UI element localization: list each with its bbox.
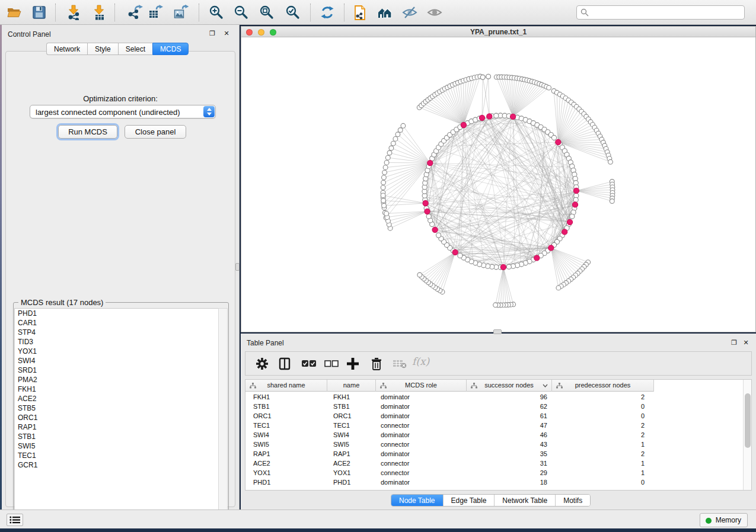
network-hub-node[interactable]: [572, 202, 578, 207]
zoom-selected-icon[interactable]: [285, 5, 301, 20]
network-leaf-node[interactable]: [384, 161, 389, 165]
float-table-panel-icon[interactable]: ❐: [730, 338, 738, 347]
table-row[interactable]: PHD1PHD1dominator180: [245, 477, 654, 487]
table-row[interactable]: SWI4SWI4dominator462: [245, 430, 654, 440]
network-leaf-node[interactable]: [389, 146, 394, 150]
list-item[interactable]: STB5: [15, 403, 219, 413]
refresh-icon[interactable]: [320, 5, 335, 20]
close-table-panel-icon[interactable]: ✕: [742, 338, 750, 347]
network-leaf-node[interactable]: [608, 159, 613, 164]
table-row[interactable]: RAP1RAP1dominator352: [245, 449, 654, 459]
search-input[interactable]: [592, 7, 742, 18]
network-leaf-node[interactable]: [398, 128, 403, 133]
network-hub-node[interactable]: [487, 114, 492, 119]
table-row[interactable]: FKH1FKH1dominator962: [245, 392, 654, 402]
unselect-all-icon[interactable]: [324, 360, 339, 367]
network-hub-node[interactable]: [511, 114, 516, 119]
tab-style[interactable]: Style: [87, 43, 118, 55]
import-network-icon[interactable]: [66, 5, 81, 20]
list-item[interactable]: YOX1: [15, 347, 219, 356]
network-leaf-node[interactable]: [417, 273, 422, 277]
close-panel-button[interactable]: Close panel: [125, 125, 186, 139]
network-leaf-node[interactable]: [547, 85, 551, 90]
show-selected-eye-icon[interactable]: [427, 5, 442, 20]
list-item[interactable]: PMA2: [15, 375, 219, 384]
network-leaf-node[interactable]: [493, 303, 498, 307]
column-header-predecessor-nodes[interactable]: predecessor nodes: [552, 380, 654, 392]
column-header-name[interactable]: name: [327, 380, 376, 392]
tab-select[interactable]: Select: [118, 43, 152, 55]
list-item[interactable]: CAR1: [15, 318, 219, 328]
tab-mcds[interactable]: MCDS: [152, 43, 189, 55]
list-item[interactable]: SRD1: [15, 366, 219, 375]
network-leaf-node[interactable]: [391, 141, 395, 146]
export-table-icon[interactable]: [148, 5, 163, 20]
network-node[interactable]: [551, 135, 556, 140]
network-leaf-node[interactable]: [395, 132, 400, 137]
network-leaf-node[interactable]: [385, 155, 390, 160]
network-leaf-node[interactable]: [387, 150, 392, 155]
horizontal-divider-grip[interactable]: [493, 329, 502, 334]
column-header-successor-nodes[interactable]: successor nodes: [467, 380, 552, 392]
network-leaf-node[interactable]: [480, 75, 485, 79]
network-hub-node[interactable]: [428, 161, 433, 166]
network-hub-node[interactable]: [567, 219, 572, 225]
table-settings-gear-icon[interactable]: [256, 357, 269, 370]
list-item[interactable]: FKH1: [15, 384, 219, 394]
task-history-button[interactable]: [7, 514, 23, 526]
select-all-icon[interactable]: [301, 360, 317, 367]
network-leaf-node[interactable]: [393, 137, 398, 142]
tab-node-table[interactable]: Node Table: [391, 495, 444, 507]
network-node[interactable]: [494, 113, 499, 118]
network-node[interactable]: [436, 233, 441, 238]
network-node[interactable]: [573, 197, 578, 202]
network-leaf-node[interactable]: [381, 180, 386, 185]
network-leaf-node[interactable]: [486, 74, 491, 79]
column-header-shared-name[interactable]: shared name: [245, 380, 327, 392]
column-header-mcds-role[interactable]: MCDS role: [376, 380, 467, 392]
network-node[interactable]: [458, 253, 462, 258]
network-leaf-node[interactable]: [382, 170, 387, 175]
list-item[interactable]: RAP1: [15, 422, 219, 432]
list-item[interactable]: TID3: [15, 337, 219, 347]
network-leaf-node[interactable]: [381, 198, 386, 203]
save-icon[interactable]: [31, 5, 47, 20]
tab-motifs[interactable]: Motifs: [556, 495, 590, 507]
zoom-out-icon[interactable]: [234, 5, 249, 20]
network-leaf-node[interactable]: [610, 199, 614, 204]
network-hub-node[interactable]: [562, 229, 567, 235]
list-item[interactable]: STP4: [15, 328, 219, 337]
delete-table-icon[interactable]: [393, 360, 407, 368]
network-leaf-node[interactable]: [382, 203, 387, 208]
network-hub-node[interactable]: [556, 139, 561, 145]
network-canvas[interactable]: [241, 37, 755, 332]
network-leaf-node[interactable]: [382, 175, 387, 180]
list-item[interactable]: TEC1: [15, 451, 219, 460]
network-graph[interactable]: [241, 37, 755, 332]
vertical-divider-grip[interactable]: [235, 263, 240, 271]
network-node[interactable]: [426, 214, 431, 219]
memory-button[interactable]: Memory: [700, 513, 748, 527]
network-hub-node[interactable]: [534, 255, 540, 261]
network-node[interactable]: [570, 214, 575, 219]
list-item[interactable]: SWI4: [15, 356, 219, 366]
network-leaf-node[interactable]: [381, 193, 385, 198]
share-document-icon[interactable]: [352, 5, 368, 20]
network-hub-node[interactable]: [423, 200, 428, 206]
network-hub-node[interactable]: [573, 188, 579, 193]
network-hub-node[interactable]: [452, 249, 458, 255]
network-leaf-node[interactable]: [556, 286, 561, 290]
open-folder-icon[interactable]: [7, 5, 22, 20]
network-hub-node[interactable]: [479, 115, 484, 120]
zoom-in-icon[interactable]: [209, 5, 224, 20]
list-item[interactable]: ACE2: [15, 394, 219, 403]
tab-network-table[interactable]: Network Table: [495, 495, 556, 507]
table-row[interactable]: YOX1YOX1connector291: [245, 468, 654, 477]
network-hub-node[interactable]: [461, 122, 466, 127]
hide-selected-eye-icon[interactable]: [402, 5, 417, 20]
column-visibility-icon[interactable]: [279, 357, 291, 370]
list-item[interactable]: GCR1: [15, 460, 219, 470]
table-scrollbar-thumb[interactable]: [745, 393, 751, 448]
table-row[interactable]: TEC1TEC1connector472: [245, 421, 654, 430]
mcds-list-scrollbar[interactable]: [218, 308, 228, 517]
